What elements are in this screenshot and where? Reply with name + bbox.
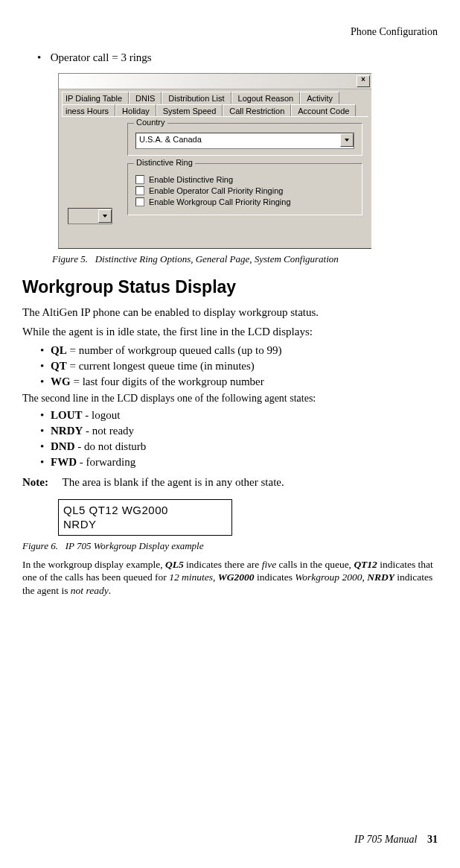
exp-i3: Workgroup 2000 xyxy=(295,571,362,583)
first-line-list: •QL = number of workgroup queued calls (… xyxy=(40,344,438,388)
dialog-titlebar: × xyxy=(59,74,371,89)
enable-operator-priority-row[interactable]: Enable Operator Call Priority Ringing xyxy=(135,186,354,195)
chevron-down-icon[interactable] xyxy=(98,209,112,223)
chevron-down-icon[interactable] xyxy=(340,133,354,147)
footer-manual: IP 705 Manual xyxy=(354,834,418,845)
list-item: •LOUT - logout xyxy=(40,409,438,422)
exp-b1: QL5 xyxy=(165,559,184,570)
exp-t2: calls in the queue, xyxy=(276,559,354,570)
figure6-lcd: QL5 QT12 WG2000 NRDY xyxy=(58,499,438,536)
lcd-line2: NRDY xyxy=(63,517,227,532)
qt-label: QT xyxy=(51,360,67,372)
note-text: The area is blank if the agent is in any… xyxy=(62,476,284,488)
tab-holiday[interactable]: Holiday xyxy=(115,104,156,116)
agent-state-list: •LOUT - logout •NRDY - not ready •DND - … xyxy=(40,409,438,469)
figure6-text: IP 705 Workgroup Display example xyxy=(66,540,204,551)
wg-desc: = last four digits of the workgroup numb… xyxy=(71,376,264,387)
list-item: •NRDY - not ready xyxy=(40,425,438,437)
truncated-combo[interactable] xyxy=(68,208,112,224)
checkbox-icon[interactable] xyxy=(135,186,144,195)
page-footer: IP 705 Manual 31 xyxy=(354,834,438,846)
figure5-caption: Figure 5. Distinctive Ring Options, Gene… xyxy=(52,253,438,265)
dialog-body: IP Dialing Table DNIS Distribution List … xyxy=(59,89,371,248)
wg-label: WG xyxy=(51,376,71,387)
tab-dist-list[interactable]: Distribution List xyxy=(162,92,231,104)
exp-t8: . xyxy=(109,585,111,596)
fwd-label: FWD xyxy=(51,456,77,468)
close-icon[interactable]: × xyxy=(357,75,370,87)
figure6-label: Figure 6. xyxy=(22,540,58,551)
intro-paragraph-1: The AltiGen IP phone can be enabled to d… xyxy=(22,305,438,320)
list-item: •WG = last four digits of the workgroup … xyxy=(40,376,438,388)
figure5-text: Distinctive Ring Options, General Page, … xyxy=(95,253,339,264)
exp-b3: WG2000 xyxy=(218,571,255,583)
section-heading: Workgroup Status Display xyxy=(22,277,438,297)
lcd-line1: QL5 QT12 WG2000 xyxy=(63,503,227,518)
list-item: •DND - do not disturb xyxy=(40,440,438,453)
ring-opt2-label: Enable Operator Call Priority Ringing xyxy=(149,186,283,195)
page-header-section: Phone Configuration xyxy=(22,26,438,38)
tab-dnis[interactable]: DNIS xyxy=(129,92,162,104)
nrdy-desc: - not ready xyxy=(83,425,134,437)
list-item: •QL = number of workgroup queued calls (… xyxy=(40,344,438,357)
tab-ip-dialing[interactable]: IP Dialing Table xyxy=(62,92,129,104)
tab-panel: Country U.S.A. & Canada Distinctive Ring… xyxy=(62,116,368,242)
operator-call-bullet: • Operator call = 3 rings xyxy=(37,51,438,64)
ring-opt1-label: Enable Distinctive Ring xyxy=(149,175,233,184)
tab-business-hours[interactable]: iness Hours xyxy=(62,104,115,116)
ring-legend: Distinctive Ring xyxy=(134,158,195,167)
fwd-desc: - forwarding xyxy=(77,456,135,468)
tab-system-speed[interactable]: System Speed xyxy=(156,104,223,116)
ql-label: QL xyxy=(51,344,67,356)
nrdy-label: NRDY xyxy=(51,425,83,437)
country-value: U.S.A. & Canada xyxy=(136,133,340,148)
footer-page: 31 xyxy=(427,834,438,845)
distinctive-ring-group: Distinctive Ring Enable Distinctive Ring… xyxy=(127,163,362,215)
exp-b2: QT12 xyxy=(354,559,377,570)
explanation-paragraph: In the workgroup display example, QL5 in… xyxy=(22,558,438,598)
tab-row-1: IP Dialing Table DNIS Distribution List … xyxy=(62,91,368,104)
lcd-display: QL5 QT12 WG2000 NRDY xyxy=(58,499,232,536)
second-line-intro: The second line in the LCD displays one … xyxy=(22,393,438,405)
country-combo[interactable]: U.S.A. & Canada xyxy=(135,133,354,149)
bullet-dot: • xyxy=(37,51,48,64)
tab-row-2: iness Hours Holiday System Speed Call Re… xyxy=(62,104,368,116)
note-label: Note: xyxy=(22,476,60,489)
list-item: •QT = current longest queue time (in min… xyxy=(40,360,438,373)
exp-i4: not ready xyxy=(71,585,109,596)
exp-b4: NRDY xyxy=(367,571,394,583)
figure6-caption: Figure 6. IP 705 Workgroup Display examp… xyxy=(22,540,438,552)
enable-workgroup-priority-row[interactable]: Enable Workgroup Call Priority Ringing xyxy=(135,197,354,206)
note-line: Note: The area is blank if the agent is … xyxy=(22,476,438,489)
dnd-desc: - do not disturb xyxy=(75,440,147,452)
dnd-label: DND xyxy=(51,440,75,452)
exp-t5: indicates xyxy=(255,571,296,583)
qt-desc: = current longest queue time (in minutes… xyxy=(67,360,255,372)
dialog-window: × IP Dialing Table DNIS Distribution Lis… xyxy=(58,73,371,249)
country-legend: Country xyxy=(134,118,167,127)
intro-paragraph-2: While the agent is in idle state, the fi… xyxy=(22,324,438,339)
figure5-label: Figure 5. xyxy=(52,253,88,264)
group-area: Country U.S.A. & Canada Distinctive Ring… xyxy=(127,123,362,235)
lout-desc: - logout xyxy=(83,409,121,421)
exp-i2: 12 minutes xyxy=(169,571,213,583)
tab-activity[interactable]: Activity xyxy=(300,92,339,104)
operator-call-text: Operator call = 3 rings xyxy=(51,51,152,63)
tab-logout-reason[interactable]: Logout Reason xyxy=(231,92,301,104)
exp-t4: , xyxy=(213,571,218,583)
ql-desc: = number of workgroup queued calls (up t… xyxy=(67,344,282,356)
list-item: •FWD - forwarding xyxy=(40,456,438,469)
exp-pre: In the workgroup display example, xyxy=(22,559,165,570)
checkbox-icon[interactable] xyxy=(135,197,144,206)
exp-i1: five xyxy=(262,559,277,570)
ring-opt3-label: Enable Workgroup Call Priority Ringing xyxy=(149,197,291,206)
tab-call-restriction[interactable]: Call Restriction xyxy=(223,104,291,116)
figure5-screenshot: × IP Dialing Table DNIS Distribution Lis… xyxy=(58,73,438,249)
exp-t1: indicates there are xyxy=(184,559,262,570)
country-group: Country U.S.A. & Canada xyxy=(127,123,362,156)
checkbox-icon[interactable] xyxy=(135,175,144,184)
tab-account-code[interactable]: Account Code xyxy=(291,104,356,116)
lout-label: LOUT xyxy=(51,409,83,421)
enable-distinctive-ring-row[interactable]: Enable Distinctive Ring xyxy=(135,175,354,184)
left-combo-area xyxy=(68,123,120,235)
